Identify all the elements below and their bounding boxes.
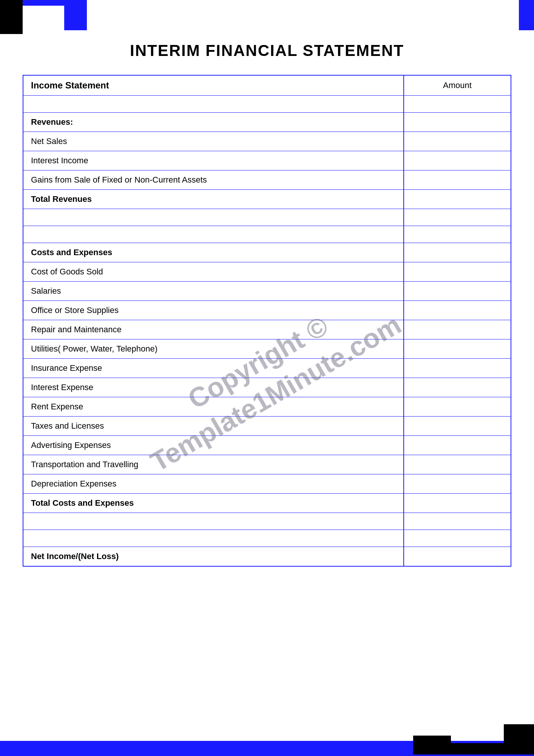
office-supplies-label: Office or Store Supplies (23, 301, 404, 320)
main-content: Income Statement Amount Revenues: Net Sa… (23, 75, 511, 604)
table-row: Advertising Expenses (23, 436, 511, 455)
table-row (23, 513, 511, 530)
insurance-expense-label: Insurance Expense (23, 359, 404, 378)
svg-marker-2 (443, 724, 534, 754)
table-row: Net Sales (23, 132, 511, 151)
table-row: Interest Expense (23, 378, 511, 397)
table-row: Revenues: (23, 113, 511, 132)
interest-income-label: Interest Income (23, 151, 404, 170)
table-row: Rent Expense (23, 397, 511, 417)
top-decoration (0, 0, 534, 30)
table-row: Gains from Sale of Fixed or Non-Current … (23, 170, 511, 190)
statement-table: Income Statement Amount Revenues: Net Sa… (23, 75, 511, 567)
net-sales-label: Net Sales (23, 132, 404, 151)
utilities-label: Utilities( Power, Water, Telephone) (23, 339, 404, 359)
table-row (23, 209, 511, 226)
total-costs-label: Total Costs and Expenses (23, 494, 404, 513)
table-header-row: Income Statement Amount (23, 75, 511, 96)
table-row: Depreciation Expenses (23, 474, 511, 494)
rent-expense-label: Rent Expense (23, 397, 404, 417)
top-left-shape (0, 0, 87, 36)
bottom-decoration (0, 726, 534, 756)
table-row (23, 226, 511, 243)
table-row: Costs and Expenses (23, 243, 511, 262)
table-row: Net Income/(Net Loss) (23, 547, 511, 567)
table-row (23, 96, 511, 113)
table-row: Cost of Goods Sold (23, 262, 511, 282)
table-row: Total Costs and Expenses (23, 494, 511, 513)
net-income-label: Net Income/(Net Loss) (23, 547, 404, 567)
interest-expense-label: Interest Expense (23, 378, 404, 397)
costs-expenses-header: Costs and Expenses (23, 243, 404, 262)
table-row: Taxes and Licenses (23, 417, 511, 436)
total-revenues-label: Total Revenues (23, 190, 404, 209)
svg-marker-1 (23, 0, 87, 30)
transportation-label: Transportation and Travelling (23, 455, 404, 474)
svg-marker-3 (413, 736, 451, 754)
table-row: Interest Income (23, 151, 511, 170)
top-right-blue-bar (519, 0, 534, 30)
table-row: Office or Store Supplies (23, 301, 511, 320)
advertising-expenses-label: Advertising Expenses (23, 436, 404, 455)
income-statement-label: Income Statement (23, 75, 404, 96)
table-row: Transportation and Travelling (23, 455, 511, 474)
amount-header: Amount (404, 75, 511, 96)
repair-maintenance-label: Repair and Maintenance (23, 320, 404, 339)
table-row: Repair and Maintenance (23, 320, 511, 339)
table-row: Utilities( Power, Water, Telephone) (23, 339, 511, 359)
salaries-label: Salaries (23, 282, 404, 301)
revenues-header: Revenues: (23, 113, 404, 132)
table-row: Salaries (23, 282, 511, 301)
table-row (23, 530, 511, 547)
depreciation-expenses-label: Depreciation Expenses (23, 474, 404, 494)
taxes-licenses-label: Taxes and Licenses (23, 417, 404, 436)
table-row: Insurance Expense (23, 359, 511, 378)
table-row: Total Revenues (23, 190, 511, 209)
gains-sale-label: Gains from Sale of Fixed or Non-Current … (23, 170, 404, 190)
cogs-label: Cost of Goods Sold (23, 262, 404, 282)
bottom-right-shapes (413, 724, 534, 756)
